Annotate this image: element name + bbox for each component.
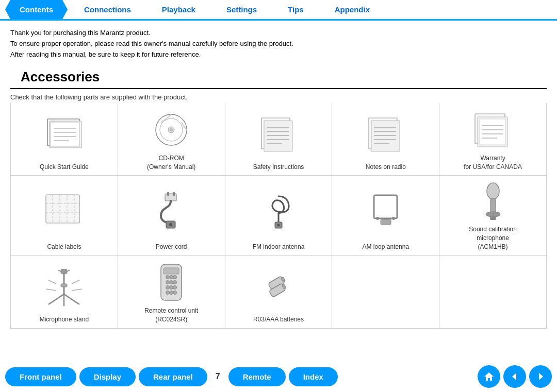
warranty-icon <box>472 108 514 150</box>
svg-marker-88 <box>484 372 494 381</box>
bottom-navigation: Front panel Display Rear panel 7 Remote … <box>0 361 557 392</box>
svg-rect-57 <box>490 217 496 220</box>
svg-rect-27 <box>480 119 505 145</box>
page-number: 7 <box>216 372 220 381</box>
grid-row-1: Quick Start Guide CD-ROM(Owner's Manual) <box>11 103 546 176</box>
tab-contents[interactable]: Contents <box>5 0 68 19</box>
calibration-mic-label: Sound calibrationmicrophone(ACM1HB) <box>469 225 517 251</box>
power-cord-label: Power cord <box>156 243 187 251</box>
safety-instructions-icon <box>259 108 298 159</box>
home-icon <box>483 371 495 382</box>
am-antenna-label: AM loop antenna <box>362 243 409 251</box>
calibration-mic-icon <box>478 181 509 222</box>
warranty-label: Warrantyfor USA/for CANADA <box>464 154 522 172</box>
svg-point-53 <box>487 183 499 199</box>
tab-playback[interactable]: Playback <box>148 0 210 19</box>
item-batteries: R03/AAA batteries <box>225 256 333 328</box>
front-panel-button[interactable]: Front panel <box>5 367 76 386</box>
tab-appendix[interactable]: Appendix <box>320 0 384 19</box>
remote-label: Remote control unit(RC024SR) <box>144 306 198 324</box>
quick-start-guide-label: Quick Start Guide <box>40 163 89 172</box>
intro-text: Thank you for purchasing this Marantz pr… <box>0 21 557 64</box>
fm-antenna-icon <box>260 181 297 240</box>
tab-tips[interactable]: Tips <box>273 0 318 19</box>
svg-rect-62 <box>61 284 67 287</box>
svg-rect-40 <box>167 192 169 196</box>
svg-point-10 <box>170 128 173 131</box>
item-notes-on-radio: Notes on radio <box>332 103 439 175</box>
svg-rect-47 <box>374 195 397 218</box>
home-button[interactable] <box>478 365 500 388</box>
item-cable-labels: Cable labels <box>11 176 118 255</box>
safety-instructions-label: Safety Instructions <box>253 163 304 172</box>
index-button[interactable]: Index <box>289 367 338 386</box>
svg-point-78 <box>166 291 170 294</box>
svg-point-46 <box>277 224 280 226</box>
svg-rect-2 <box>51 122 79 147</box>
remote-button[interactable]: Remote <box>228 367 286 386</box>
svg-rect-41 <box>173 192 175 196</box>
item-quick-start-guide: Quick Start Guide <box>11 103 118 175</box>
svg-point-74 <box>166 280 170 284</box>
cable-labels-label: Cable labels <box>47 243 81 251</box>
cable-labels-icon <box>43 181 85 240</box>
fm-antenna-label: FM indoor antenna <box>253 243 305 251</box>
svg-line-65 <box>67 270 70 271</box>
item-remote: Remote control unit(RC024SR) <box>118 256 225 328</box>
svg-line-67 <box>72 280 79 284</box>
svg-point-77 <box>173 285 177 289</box>
svg-point-79 <box>173 291 177 294</box>
remote-icon <box>151 261 192 303</box>
svg-marker-90 <box>539 373 543 380</box>
back-arrow-icon <box>509 371 520 382</box>
svg-rect-12 <box>264 121 292 151</box>
back-button[interactable] <box>503 365 526 388</box>
svg-point-82 <box>170 285 173 289</box>
grid-row-2: Cable labels Power cord <box>11 176 546 255</box>
svg-point-43 <box>169 223 172 226</box>
svg-rect-54 <box>490 198 496 213</box>
svg-point-72 <box>166 275 170 279</box>
forward-arrow-icon <box>535 371 546 382</box>
svg-point-51 <box>376 217 379 220</box>
svg-line-64 <box>58 270 61 271</box>
rear-panel-button[interactable]: Rear panel <box>139 367 207 386</box>
display-button[interactable]: Display <box>79 367 136 386</box>
forward-button[interactable] <box>529 365 552 388</box>
item-calibration-mic: Sound calibrationmicrophone(ACM1HB) <box>439 176 546 255</box>
am-antenna-icon <box>366 181 405 240</box>
power-cord-icon <box>151 181 192 240</box>
item-warranty: Warrantyfor USA/for CANADA <box>439 103 546 175</box>
svg-point-73 <box>173 275 177 279</box>
batteries-icon <box>260 261 297 312</box>
notes-on-radio-label: Notes on radio <box>366 163 406 172</box>
section-title: Accessories <box>10 64 547 89</box>
tab-settings[interactable]: Settings <box>212 0 271 19</box>
mic-stand-label: Microphone stand <box>40 315 89 324</box>
svg-line-69 <box>72 289 82 291</box>
grid-cell-empty-2 <box>439 256 546 328</box>
item-safety-instructions: Safety Instructions <box>225 103 333 175</box>
batteries-label: R03/AAA batteries <box>253 315 304 324</box>
item-mic-stand: Microphone stand <box>11 256 118 328</box>
svg-point-83 <box>170 291 173 294</box>
accessories-grid: Quick Start Guide CD-ROM(Owner's Manual) <box>10 103 547 328</box>
mic-stand-icon <box>38 261 90 312</box>
item-am-antenna: AM loop antenna <box>332 176 439 255</box>
top-navigation: Contents Connections Playback Settings T… <box>0 0 557 21</box>
svg-marker-89 <box>512 373 516 380</box>
svg-line-66 <box>48 280 56 284</box>
cd-rom-icon <box>153 108 189 150</box>
svg-rect-63 <box>61 269 67 274</box>
cd-rom-label: CD-ROM(Owner's Manual) <box>147 154 195 172</box>
svg-point-81 <box>170 280 173 284</box>
grid-row-3: Microphone stand <box>11 256 546 328</box>
svg-line-58 <box>48 294 64 304</box>
svg-rect-48 <box>381 219 391 225</box>
svg-point-76 <box>166 285 170 289</box>
svg-point-75 <box>173 280 177 284</box>
svg-rect-19 <box>371 121 400 151</box>
tab-connections[interactable]: Connections <box>70 0 145 19</box>
item-power-cord: Power cord <box>118 176 225 255</box>
notes-on-radio-icon <box>366 108 405 159</box>
